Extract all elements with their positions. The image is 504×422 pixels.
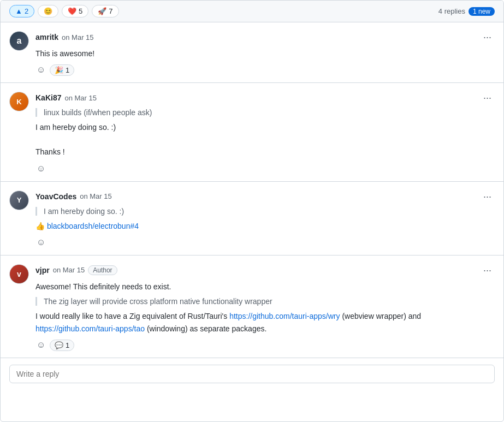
comment-header-left-amritk: amritk on Mar 15 [35,33,94,41]
comment-item-yoav: Y YoavCodes on Mar 15 ··· I am hereby do… [1,182,503,255]
username-vjpr[interactable]: vjpr [35,266,50,275]
avatar-vjpr: v [9,264,29,284]
heart-icon: ❤️ [68,7,76,15]
comment-header-vjpr: vjpr on Mar 15 Author ··· [35,264,495,276]
quote-text-kaki87: linux builds (if/when people ask) [44,108,152,117]
comment-body-amritk: amritk on Mar 15 ··· This is awesome! ☺ … [35,31,495,76]
comment-item-amritk: a amritk on Mar 15 ··· This is awesome! … [1,22,503,83]
reply-input-container [1,358,503,390]
avatar-initial: a [17,36,22,46]
emoji-reaction-row-vjpr: ☺ 💬 1 [35,339,495,351]
comment-body-yoav: YoavCodes on Mar 15 ··· I am hereby doin… [35,191,495,248]
rocket-reaction[interactable]: 🚀 7 [92,5,118,17]
comment-header-left-yoav: YoavCodes on Mar 15 [35,192,112,201]
more-button-yoav[interactable]: ··· [480,191,495,203]
more-button-vjpr[interactable]: ··· [480,264,495,276]
comment-text-awesome: Awesome! This definitely needs to exist. [35,282,171,291]
emoji-reaction-row-amritk: ☺ 🎉 1 [35,64,495,76]
rocket-count: 7 [109,7,112,15]
comment-text-yoav: 👍 blackboardsh/electrobun#4 [35,220,495,232]
add-emoji-amritk[interactable]: ☺ [35,64,46,76]
quote-yoav: I am hereby doing so. :) [35,207,495,216]
upvote-icon: ▲ [15,7,22,15]
comment-date-kaki87: on Mar 15 [64,94,97,102]
new-badge: 1 new [469,7,495,16]
author-badge-vjpr: Author [88,265,117,275]
more-button-amritk[interactable]: ··· [480,31,495,43]
avatar-amritk: a [9,31,29,51]
rocket-icon: 🚀 [98,7,106,15]
smile-reaction[interactable]: 😊 [38,5,58,17]
comments-list: a amritk on Mar 15 ··· This is awesome! … [1,22,503,358]
wry-link[interactable]: https://github.com/tauri-apps/wry [229,312,340,320]
reply-input[interactable] [9,365,495,383]
username-amritk[interactable]: amritk [35,33,58,41]
add-emoji-yoav[interactable]: ☺ [35,236,46,248]
replies-count: 4 replies [438,7,465,15]
comment-header-kaki87: KaKi87 on Mar 15 ··· [35,92,495,104]
avatar-kaki87: K [9,92,29,111]
quote-kaki87: linux builds (if/when people ask) [35,108,495,117]
avatar-initial-kaki87: K [16,98,21,106]
username-yoav[interactable]: YoavCodes [35,192,76,201]
heart-reaction[interactable]: ❤️ 5 [62,5,88,17]
comments-container: ▲ 2 😊 ❤️ 5 🚀 7 4 replies 1 new a [0,0,504,422]
tao-link[interactable]: https://github.com/tauri-apps/tao [35,324,145,333]
comment-header-amritk: amritk on Mar 15 ··· [35,31,495,43]
comment-header-left-kaki87: KaKi87 on Mar 15 [35,93,97,102]
party-reaction-amritk[interactable]: 🎉 1 [50,64,74,76]
comment-text-amritk: This is awesome! [35,47,495,60]
avatar-initial-vjpr: v [17,270,21,278]
quote-vjpr: The zig layer will provide cross platfor… [35,297,495,306]
quote-text-yoav: I am hereby doing so. :) [44,207,124,216]
comment-text-content-amritk: This is awesome! [35,49,94,58]
comment-item-kaki87: K KaKi87 on Mar 15 ··· linux builds (if/… [1,83,503,181]
heart-count: 5 [79,7,82,15]
comment-line2-kaki87: Thanks ! [35,147,65,156]
comment-body-kaki87: KaKi87 on Mar 15 ··· linux builds (if/wh… [35,92,495,174]
smile-icon: 😊 [44,7,52,15]
comment-date-yoav: on Mar 15 [80,192,112,200]
emoji-reaction-row-kaki87: ☺ [35,163,495,175]
upvote-reaction[interactable]: ▲ 2 [9,5,34,17]
comment-header-yoav: YoavCodes on Mar 15 ··· [35,191,495,203]
comment-date-amritk: on Mar 15 [62,33,94,41]
upvote-count: 2 [25,7,28,15]
reaction-bar: ▲ 2 😊 ❤️ 5 🚀 7 4 replies 1 new [1,1,503,22]
comment-item-vjpr: v vjpr on Mar 15 Author ··· Awesome! Thi… [1,255,503,358]
comment-header-left-vjpr: vjpr on Mar 15 Author [35,265,117,275]
username-kaki87[interactable]: KaKi87 [35,93,61,102]
add-emoji-kaki87[interactable]: ☺ [35,163,46,175]
electrobun-link[interactable]: 👍 blackboardsh/electrobun#4 [35,222,139,230]
reaction-bar-left: ▲ 2 😊 ❤️ 5 🚀 7 [9,5,119,17]
comment-text-kaki87: I am hereby doing so. :) Thanks ! [35,121,495,158]
comment-text-before-vjpr: Awesome! This definitely needs to exist. [35,281,495,293]
emoji-reaction-row-yoav: ☺ [35,236,495,248]
reaction-bar-right: 4 replies 1 new [438,7,495,16]
avatar-initial-yoav: Y [17,196,22,204]
chat-reaction-vjpr[interactable]: 💬 1 [50,340,74,351]
comment-text-after-vjpr: I would really like to have a Zig equiva… [35,310,495,335]
quote-text-vjpr: The zig layer will provide cross platfor… [44,297,272,306]
add-emoji-vjpr[interactable]: ☺ [35,339,46,351]
avatar-yoav: Y [9,191,29,210]
comment-body-vjpr: vjpr on Mar 15 Author ··· Awesome! This … [35,264,495,351]
comment-date-vjpr: on Mar 15 [53,266,85,274]
comment-line1-kaki87: I am hereby doing so. :) [35,123,116,132]
more-button-kaki87[interactable]: ··· [480,92,495,104]
